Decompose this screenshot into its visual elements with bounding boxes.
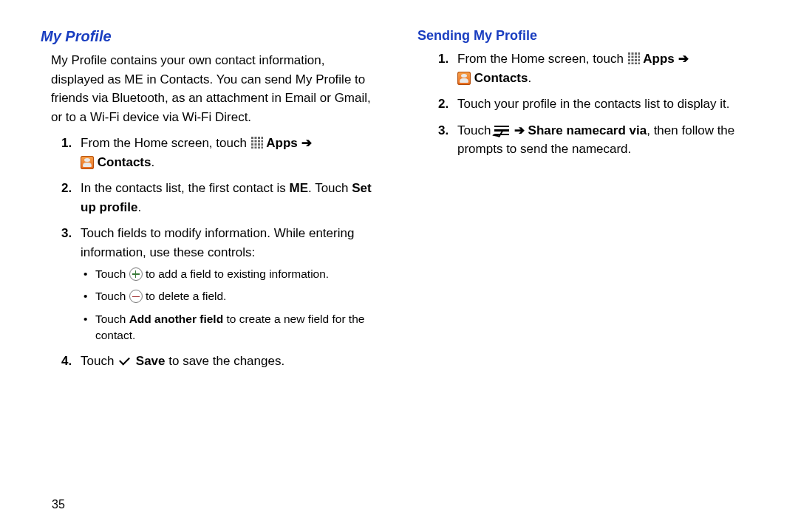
step-4: Touch Save to save the changes. bbox=[61, 352, 381, 371]
text: to add a field to existing information. bbox=[143, 267, 329, 280]
text: Touch bbox=[95, 267, 129, 280]
svg-rect-12 bbox=[251, 147, 253, 149]
svg-rect-31 bbox=[638, 63, 640, 65]
apps-icon bbox=[627, 52, 640, 64]
my-profile-description: My Profile contains your own contact inf… bbox=[51, 51, 381, 126]
sub-add: Touch to add a field to existing informa… bbox=[83, 266, 381, 282]
plus-icon bbox=[129, 267, 143, 281]
svg-rect-28 bbox=[628, 63, 630, 65]
svg-rect-5 bbox=[254, 140, 256, 143]
step-1: From the Home screen, touch Apps ➔ Conta… bbox=[61, 134, 381, 171]
svg-rect-25 bbox=[631, 59, 633, 61]
page-content: My Profile My Profile contains your own … bbox=[0, 0, 798, 378]
left-column: My Profile My Profile contains your own … bbox=[41, 28, 381, 378]
step-3: Touch fields to modify information. Whil… bbox=[61, 224, 381, 344]
svg-rect-1 bbox=[254, 137, 256, 139]
contacts-label: Contacts bbox=[98, 155, 151, 169]
svg-rect-9 bbox=[254, 143, 256, 146]
text: Touch bbox=[81, 354, 117, 368]
apps-label: Apps bbox=[266, 136, 298, 150]
page-number: 35 bbox=[52, 498, 65, 511]
my-profile-steps: From the Home screen, touch Apps ➔ Conta… bbox=[41, 134, 381, 370]
apps-label: Apps bbox=[643, 52, 675, 66]
text: Touch bbox=[95, 313, 129, 325]
text: to delete a field. bbox=[143, 290, 227, 302]
menu-icon bbox=[494, 125, 511, 137]
contacts-icon bbox=[457, 72, 471, 85]
svg-rect-18 bbox=[635, 52, 637, 55]
svg-rect-7 bbox=[261, 140, 263, 143]
text: Touch fields to modify information. Whil… bbox=[81, 226, 354, 259]
text: Touch bbox=[95, 290, 129, 302]
svg-rect-3 bbox=[261, 137, 263, 139]
svg-rect-21 bbox=[631, 56, 633, 58]
svg-rect-11 bbox=[261, 143, 263, 146]
text: From the Home screen, touch bbox=[81, 136, 250, 150]
dot: . bbox=[528, 71, 531, 85]
arrow: ➔ bbox=[511, 123, 528, 137]
svg-rect-20 bbox=[628, 56, 630, 58]
heading-sending-my-profile: Sending My Profile bbox=[417, 28, 757, 44]
svg-rect-15 bbox=[261, 147, 263, 149]
svg-rect-30 bbox=[635, 63, 637, 65]
arrow: ➔ bbox=[675, 52, 689, 66]
sending-steps: From the Home screen, touch Apps ➔ Conta… bbox=[417, 50, 757, 159]
share-namecard-label: Share namecard via bbox=[528, 123, 647, 137]
sub-delete: Touch to delete a field. bbox=[83, 288, 381, 304]
svg-rect-24 bbox=[628, 59, 630, 61]
svg-rect-14 bbox=[258, 147, 260, 149]
svg-rect-26 bbox=[635, 59, 637, 61]
check-icon bbox=[117, 356, 132, 366]
text: Touch bbox=[457, 123, 494, 137]
svg-rect-6 bbox=[258, 140, 260, 143]
svg-rect-19 bbox=[638, 52, 640, 55]
minus-icon bbox=[129, 290, 143, 303]
save-label: Save bbox=[136, 354, 166, 368]
step-3-sublist: Touch to add a field to existing informa… bbox=[81, 266, 381, 344]
arrow: ➔ bbox=[298, 136, 312, 150]
svg-rect-2 bbox=[258, 137, 260, 139]
add-another-field-label: Add another field bbox=[129, 313, 223, 325]
sub-add-field: Touch Add another field to create a new … bbox=[83, 311, 381, 344]
apps-icon bbox=[250, 136, 263, 149]
step-2: Touch your profile in the contacts list … bbox=[438, 95, 757, 114]
text: . Touch bbox=[308, 181, 352, 195]
svg-rect-0 bbox=[251, 137, 253, 139]
step-1: From the Home screen, touch Apps ➔ Conta… bbox=[438, 50, 757, 87]
text: In the contacts list, the first contact … bbox=[81, 181, 290, 195]
contacts-label: Contacts bbox=[474, 71, 528, 85]
dot: . bbox=[137, 200, 141, 214]
dot: . bbox=[151, 155, 154, 169]
step-2: In the contacts list, the first contact … bbox=[61, 179, 381, 216]
svg-rect-4 bbox=[251, 140, 253, 143]
right-column: Sending My Profile From the Home screen,… bbox=[417, 28, 757, 378]
svg-rect-27 bbox=[638, 59, 640, 61]
heading-my-profile: My Profile bbox=[41, 28, 381, 45]
svg-rect-17 bbox=[631, 52, 633, 55]
svg-rect-10 bbox=[258, 143, 260, 146]
svg-rect-29 bbox=[631, 63, 633, 65]
svg-rect-13 bbox=[254, 147, 256, 149]
text: to save the changes. bbox=[166, 354, 285, 368]
me-label: ME bbox=[290, 181, 309, 195]
svg-rect-22 bbox=[635, 56, 637, 58]
contacts-icon bbox=[81, 156, 94, 169]
step-3: Touch ➔ Share namecard via, then follow … bbox=[438, 121, 757, 159]
text: Touch your profile in the contacts list … bbox=[457, 97, 730, 111]
svg-rect-23 bbox=[638, 56, 640, 58]
text: From the Home screen, touch bbox=[457, 52, 627, 66]
svg-rect-8 bbox=[251, 143, 253, 146]
svg-rect-16 bbox=[628, 52, 630, 55]
